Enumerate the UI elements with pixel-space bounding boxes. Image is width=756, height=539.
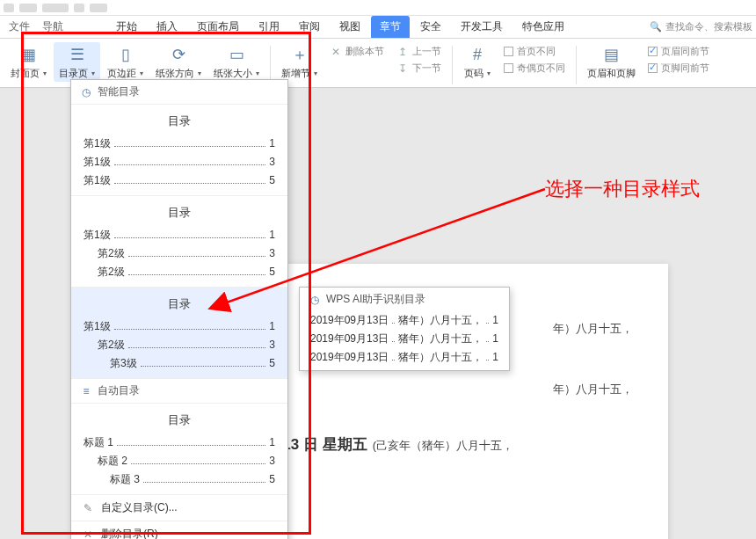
delete-toc-label: 删除目录(R) (101, 527, 158, 539)
custom-toc-label: 自定义目录(C)... (101, 500, 178, 515)
toc-row-page: 3 (269, 156, 275, 168)
toc-preview-row: 第1级1 (71, 226, 287, 244)
toc-style-auto[interactable]: 目录标题 11标题 23标题 35 (71, 403, 287, 494)
toc-preview-title: 目录 (71, 110, 287, 135)
header-footer-button[interactable]: ▤ 页眉和页脚 (582, 42, 641, 82)
menu-tabs: 文件 导航 开始 插入 页面布局 引用 审阅 视图 章节 安全 开发工具 特色应… (0, 16, 756, 39)
header-footer-icon: ▤ (602, 44, 622, 65)
list-icon: ≡ (80, 385, 92, 397)
margin-button[interactable]: ▯ 页边距 (102, 42, 149, 82)
toc-row-page: 3 (269, 247, 275, 259)
toc-row-label: 第1级 (84, 173, 111, 188)
ai-toc-row[interactable]: 2019年09月13日猪年）八月十五，1 (300, 348, 509, 367)
toc-row-page: 3 (269, 339, 275, 351)
ai-row-dots (392, 341, 395, 342)
delete-toc-button[interactable]: ✕ 删除目录(R) (71, 521, 287, 539)
cover-page-button[interactable]: ▦ 封面页 (5, 42, 52, 82)
toc-preview-row: 标题 35 (71, 470, 287, 489)
tab-insert[interactable]: 插入 (148, 16, 186, 38)
ai-toc-row[interactable]: 2019年09月13日猪年）八月十五，1 (300, 330, 509, 348)
first-diff-label: 首页不同 (517, 45, 556, 58)
size-icon: ▭ (227, 44, 246, 65)
toc-preview-title: 目录 (71, 201, 287, 226)
toc-row-label: 第1级 (84, 136, 111, 151)
tab-dev[interactable]: 开发工具 (452, 16, 512, 38)
tab-special[interactable]: 特色应用 (513, 16, 573, 38)
search-placeholder[interactable]: 查找命令、搜索模板 (665, 20, 752, 33)
tab-refs[interactable]: 引用 (250, 16, 288, 38)
paper-size-button[interactable]: ▭ 纸张大小 (208, 42, 265, 82)
doc-text: 年）八月十五， (553, 377, 633, 403)
page-number-button[interactable]: # 页码 (458, 42, 497, 82)
orientation-button[interactable]: ⟳ 纸张方向 (150, 42, 207, 82)
ai-header-label: WPS AI助手识别目录 (326, 292, 425, 307)
toc-row-label: 标题 2 (98, 454, 127, 469)
delete-icon: ✕ (330, 46, 342, 58)
smart-toc-label: 智能目录 (98, 84, 140, 99)
tab-view[interactable]: 视图 (331, 16, 369, 38)
tab-review[interactable]: 审阅 (290, 16, 329, 38)
toc-style-2[interactable]: 目录第1级1第2级3第2级5 (71, 195, 287, 287)
toc-preview-row: 第2级3 (71, 244, 287, 263)
doc-text: 年）八月十五， (553, 317, 633, 342)
ai-row-page: 1 (492, 332, 498, 345)
toc-style-3[interactable]: 目录第1级1第2级3第3级5 (71, 287, 287, 378)
odd-even-diff-checkbox[interactable]: 奇偶页不同 (502, 61, 567, 76)
new-section-button[interactable]: ＋ 新增节 (276, 42, 323, 82)
ai-row-dots (392, 323, 395, 324)
tab-chapter[interactable]: 章节 (371, 16, 410, 38)
toc-label: 目录页 (59, 67, 95, 80)
toc-row-dots (143, 482, 265, 483)
toc-page-button[interactable]: ☰ 目录页 (54, 42, 100, 82)
ai-row-dots (486, 323, 489, 324)
pagenum-icon: # (468, 44, 487, 65)
toc-row-page: 5 (269, 357, 275, 369)
down-icon: ↧ (396, 62, 409, 75)
toc-row-label: 标题 3 (110, 472, 140, 487)
toc-row-dots (128, 256, 266, 257)
toc-row-label: 标题 1 (84, 435, 113, 450)
toc-row-label: 第1级 (84, 155, 111, 170)
toc-row-dots (114, 164, 266, 165)
toc-row-label: 第2级 (98, 265, 125, 280)
footer-same-prev-checkbox[interactable]: 页脚同前节 (646, 61, 711, 76)
header-same-prev-checkbox[interactable]: 页眉同前节 (646, 44, 711, 59)
tab-layout[interactable]: 页面布局 (188, 16, 248, 38)
clock-icon: ◷ (309, 294, 321, 306)
toc-row-page: 5 (269, 174, 275, 186)
margin-label: 页边距 (107, 67, 143, 80)
toc-row-label: 第1级 (84, 228, 111, 243)
next-section-button[interactable]: ↧下一节 (395, 61, 443, 76)
toc-row-dots (141, 366, 266, 367)
tab-home[interactable]: 开始 (107, 16, 146, 38)
tab-security[interactable]: 安全 (411, 16, 450, 38)
delete-section-button[interactable]: ✕删除本节 (328, 44, 386, 59)
ai-row-date: 2019年09月13日 (310, 350, 389, 365)
newsec-icon: ＋ (290, 44, 309, 65)
tab-file[interactable]: 文件 (4, 16, 35, 38)
prevsec-label: 上一节 (412, 45, 441, 58)
toc-row-page: 5 (269, 473, 275, 485)
checkbox-icon (504, 63, 513, 73)
toc-row-label: 第1级 (84, 319, 111, 334)
ai-row-text: 猪年）八月十五， (398, 331, 483, 346)
tab-nav[interactable]: 导航 (37, 16, 69, 38)
toc-row-page: 1 (269, 137, 275, 149)
toc-row-dots (128, 347, 266, 348)
prev-section-button[interactable]: ↥上一节 (395, 44, 443, 59)
cover-icon: ▦ (19, 44, 39, 65)
checkbox-icon (648, 47, 658, 56)
toc-preview-row: 标题 11 (71, 433, 287, 452)
ai-toc-row[interactable]: 2019年09月13日猪年）八月十五，1 (300, 311, 509, 330)
toc-preview-title: 目录 (71, 293, 287, 317)
first-page-diff-checkbox[interactable]: 首页不同 (502, 44, 567, 59)
toc-row-page: 1 (269, 436, 275, 448)
toc-row-page: 5 (269, 266, 275, 278)
toc-preview-title: 目录 (71, 409, 287, 433)
oddeven-label: 奇偶页不同 (517, 62, 565, 75)
custom-toc-button[interactable]: ✎ 自定义目录(C)... (71, 494, 287, 521)
toc-style-1[interactable]: 目录第1级1第1级3第1级5 (71, 104, 287, 195)
doc-text: (己亥年（猪年）八月十五， (373, 433, 513, 459)
ai-row-date: 2019年09月13日 (310, 313, 389, 328)
footer-prev-label: 页脚同前节 (661, 62, 709, 75)
